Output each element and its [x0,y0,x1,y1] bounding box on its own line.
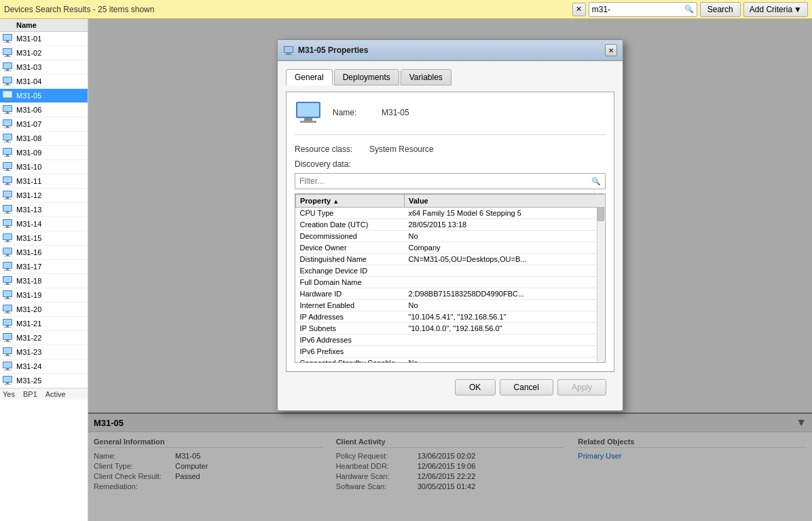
ok-button[interactable]: OK [455,379,496,395]
clear-search-button[interactable]: ✕ [572,3,586,16]
cancel-button[interactable]: Cancel [500,379,553,395]
svg-rect-37 [3,163,12,168]
pc-icon [3,275,14,286]
list-item[interactable]: M31-16 [0,246,88,260]
list-item[interactable]: M31-03 [0,60,88,75]
table-row[interactable]: Hardware ID 2:D98BB715183258DD4990FBC... [296,288,605,300]
svg-rect-87 [4,341,11,342]
list-item[interactable]: M31-08 [0,132,88,146]
list-item[interactable]: M31-18 [0,274,88,288]
name-label: Name: [333,108,373,117]
list-item[interactable]: M31-22 [0,331,88,345]
device-name: M31-13 [16,206,41,214]
list-item[interactable]: M31-24 [0,360,88,374]
list-item[interactable]: M31-10 [0,160,88,174]
value-cell [405,346,605,358]
table-row[interactable]: Creation Date (UTC) 28/05/2015 13:18 [296,219,605,231]
device-name: M31-18 [16,277,41,285]
table-row[interactable]: Exchange Device ID [296,265,605,277]
device-name: M31-01 [16,35,41,43]
dialog-close-button[interactable]: ✕ [605,44,617,56]
device-name: M31-20 [16,305,41,313]
device-name: M31-19 [16,291,41,299]
list-item[interactable]: M31-06 [0,103,88,117]
svg-rect-50 [6,212,9,213]
list-item[interactable]: M31-21 [0,317,88,331]
value-cell [405,334,605,346]
list-item[interactable]: M31-19 [0,288,88,303]
svg-rect-27 [4,128,11,128]
pc-icon [3,204,14,215]
property-cell: Full Domain Name [296,277,405,288]
tab-deployments[interactable]: Deployments [334,69,399,85]
list-item[interactable]: M31-07 [0,117,88,132]
table-scrollbar[interactable] [597,194,605,362]
name-col-header: Name [16,21,85,29]
table-row[interactable]: IP Subnets "10.104.0.0", "192.168.56.0" [296,323,605,334]
value-col-header[interactable]: Value [405,195,605,208]
svg-rect-65 [3,263,12,268]
svg-rect-75 [4,298,11,299]
list-item[interactable]: M31-11 [0,174,88,189]
pc-icon [3,247,14,258]
table-row[interactable]: Decommissioned No [296,231,605,242]
table-row[interactable]: Connected Standby Capable No [296,358,605,364]
svg-rect-15 [4,85,11,85]
table-row[interactable]: Distinguished Name CN=M31-05,OU=Desktops… [296,254,605,265]
table-row[interactable]: IP Addresses "10.104.5.41", "192.168.56.… [296,311,605,323]
search-box[interactable]: 🔍 [589,2,697,17]
resource-class-value: System Resource [369,144,434,154]
svg-rect-59 [4,242,11,242]
add-criteria-button[interactable]: Add Criteria ▼ [743,2,808,17]
list-item[interactable]: M31-15 [0,231,88,246]
svg-rect-85 [3,334,12,339]
list-item[interactable]: M31-05 [0,89,88,103]
properties-table-container[interactable]: Property ▲ Value CPU Type x64 Family 15 … [295,193,606,363]
property-cell: IP Addresses [296,311,405,323]
property-cell: Exchange Device ID [296,265,405,277]
list-item[interactable]: M31-02 [0,46,88,60]
table-row[interactable]: Device Owner Company [296,242,605,254]
svg-rect-107 [300,121,316,123]
status-row: Yes BP1 Active [0,388,88,400]
value-cell: No [405,231,605,242]
tab-general[interactable]: General [286,69,333,85]
property-cell: Distinguished Name [296,254,405,265]
table-row[interactable]: IPv6 Prefixes [296,346,605,358]
table-row[interactable]: IPv6 Addresses [296,334,605,346]
value-cell: No [405,358,605,364]
list-item[interactable]: M31-17 [0,260,88,274]
list-item[interactable]: M31-13 [0,203,88,217]
list-item[interactable]: M31-23 [0,345,88,360]
name-value: M31-05 [382,108,409,117]
svg-rect-45 [3,191,12,197]
table-row[interactable]: CPU Type x64 Family 15 Model 6 Stepping … [296,208,605,219]
list-item[interactable]: M31-09 [0,146,88,160]
list-item[interactable]: M31-01 [0,32,88,46]
tab-variables[interactable]: Variables [401,69,451,85]
filter-box[interactable]: 🔍 [295,173,606,189]
device-name: M31-08 [16,134,41,142]
list-item[interactable]: M31-12 [0,189,88,203]
filter-input[interactable] [299,176,591,186]
list-item[interactable]: M31-14 [0,217,88,231]
status-col2: BP1 [23,390,37,398]
apply-button[interactable]: Apply [557,379,606,395]
svg-rect-34 [6,155,9,156]
table-row[interactable]: Full Domain Name [296,277,605,288]
svg-rect-106 [304,118,312,121]
property-col-header[interactable]: Property ▲ [296,195,405,208]
value-cell: 28/05/2015 13:18 [405,219,605,231]
property-cell: Internet Enabled [296,300,405,311]
search-input[interactable] [592,5,684,14]
svg-rect-83 [4,327,11,328]
svg-rect-10 [6,69,9,71]
search-button[interactable]: Search [700,2,741,17]
device-list-header: Name [0,19,88,32]
list-item[interactable]: M31-25 [0,374,88,388]
list-item[interactable]: M31-04 [0,75,88,89]
svg-rect-31 [4,142,11,142]
table-row[interactable]: Internet Enabled No [296,300,605,311]
list-item[interactable]: M31-20 [0,303,88,317]
svg-rect-61 [3,248,12,254]
